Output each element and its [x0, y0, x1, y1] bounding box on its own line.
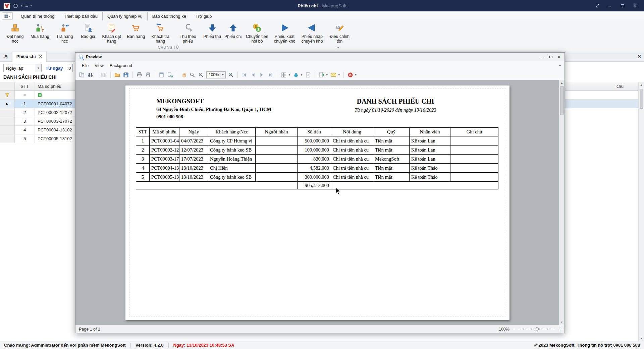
customize-grid-icon[interactable]: [100, 71, 107, 78]
fullscreen-icon[interactable]: [593, 2, 602, 9]
ribbon-item-bao-gia[interactable]: Báo giá: [78, 22, 98, 40]
cell-stt: 1: [15, 100, 35, 108]
export-document-icon[interactable]: [318, 71, 325, 78]
ribbon-item-ban-hang[interactable]: Bán hàng: [125, 22, 147, 40]
row-indicator: [0, 117, 15, 125]
first-page-icon[interactable]: [241, 71, 248, 78]
from-date-input[interactable]: 0: [67, 64, 73, 72]
hand-tool-icon[interactable]: [180, 71, 187, 78]
scroll-up-icon[interactable]: ▲: [559, 80, 565, 85]
preview-titlebar[interactable]: Preview – ×: [75, 53, 565, 61]
minimize-button[interactable]: –: [606, 2, 614, 9]
zoom-in-icon[interactable]: [227, 71, 234, 78]
chevron-down-icon[interactable]: ▼: [355, 73, 357, 76]
ribbon-item-tra-hang-ncc[interactable]: Trả hàng ncc: [51, 22, 78, 44]
ribbon-collapse-icon[interactable]: [335, 45, 341, 50]
ribbon-item-label: Khách trả hàng: [148, 34, 172, 44]
panel-close-icon[interactable]: ✕: [637, 54, 644, 59]
ribbon-item-thu-theo-phieu[interactable]: Thu theo phiếu: [174, 22, 202, 44]
chevron-down-icon[interactable]: ▼: [220, 72, 225, 78]
scrollbar-thumb[interactable]: [560, 86, 564, 115]
quick-print-icon[interactable]: [145, 71, 152, 78]
ribbon-item-phieu-xuat-chuyen-kho[interactable]: Phiếu xuất chuyển kho: [271, 22, 298, 44]
sort-by-combo[interactable]: Ngày lập ▼: [3, 64, 42, 72]
save-icon[interactable]: [122, 71, 129, 78]
arrow-up-blue-icon: [228, 23, 238, 33]
menubar-overflow-caret-icon[interactable]: ▼: [558, 64, 565, 67]
scroll-down-icon[interactable]: ▼: [559, 319, 565, 325]
preview-vertical-scrollbar[interactable]: ▲ ▼: [559, 80, 565, 325]
ribbon-item-chuyen-tien-noi-bo[interactable]: $$ Chuyển tiền nội bộ: [243, 22, 271, 44]
ribbon-item-phieu-nhap-chuyen-kho[interactable]: Phiếu nhập chuyển kho: [298, 22, 326, 44]
main-vertical-scrollbar[interactable]: ▲ ▼: [638, 82, 644, 341]
preview-maximize-button[interactable]: [549, 56, 552, 58]
sort-by-combo-value: Ngày lập: [6, 66, 23, 71]
menu-view[interactable]: View: [92, 62, 107, 69]
chevron-down-icon[interactable]: ▼: [35, 64, 41, 72]
ribbon-item-khach-dat-hang[interactable]: Khách đặt hàng: [98, 22, 125, 44]
page-color-icon[interactable]: [292, 71, 300, 78]
page-setup-icon[interactable]: [158, 71, 165, 78]
doc-tab-close-icon[interactable]: ✕: [39, 54, 43, 59]
titlebar: ▾ ▾ Phiếu chi- MekongSoft – ×: [0, 0, 644, 11]
report-cell: [256, 146, 298, 155]
chevron-down-icon[interactable]: ▼: [300, 73, 303, 76]
ribbon-tab-tro-giup[interactable]: Trợ giúp: [191, 12, 217, 20]
preview-minimize-button[interactable]: –: [542, 55, 544, 59]
print-icon[interactable]: [136, 71, 143, 78]
ribbon-item-phieu-chi[interactable]: Phiếu chi: [223, 22, 243, 40]
preview-close-button[interactable]: ×: [558, 54, 560, 60]
ribbon-item-label: Phiếu thu: [203, 34, 221, 39]
preview-canvas[interactable]: MEKONGSOFT 64 Nguyễn Đình Chiểu, Phường …: [75, 80, 565, 325]
column-header-stt[interactable]: STT: [15, 82, 35, 91]
ribbon-tab-bao-cao-thong-ke[interactable]: Báo cáo thống kê: [148, 12, 191, 20]
maximize-button[interactable]: [618, 2, 627, 9]
quick-access-caret-icon[interactable]: ▾: [21, 4, 22, 7]
close-button[interactable]: ×: [631, 2, 639, 9]
ribbon-item-phieu-thu[interactable]: Phiếu thu: [202, 22, 223, 40]
search-icon[interactable]: [87, 71, 94, 78]
scroll-down-icon[interactable]: ▼: [639, 336, 644, 341]
multiple-pages-icon[interactable]: [280, 71, 287, 78]
open-icon[interactable]: [114, 71, 121, 78]
ribbon-item-dieu-chinh-ton[interactable]: ab Điều chỉnh tồn: [326, 22, 353, 44]
next-page-icon[interactable]: [258, 71, 265, 78]
report-cell: Công ty bánh kẹo SB: [208, 146, 256, 155]
zoom-slider-thumb[interactable]: [535, 327, 539, 331]
watermark-icon[interactable]: A: [305, 71, 312, 78]
scrollbar-thumb[interactable]: [640, 89, 643, 109]
ribbon-item-khach-tra-hang[interactable]: Khách trả hàng: [147, 22, 174, 44]
zoom-combo[interactable]: 100%▼: [206, 71, 226, 78]
document-map-icon[interactable]: [78, 71, 85, 78]
close-preview-icon[interactable]: [347, 71, 354, 78]
report-total-spacer: [136, 182, 298, 189]
quick-access-circle-icon[interactable]: [13, 4, 18, 8]
magnifier-tool-icon[interactable]: [189, 71, 196, 78]
ribbon-app-menu-button[interactable]: ▾: [2, 12, 13, 20]
chevron-down-icon[interactable]: ▼: [338, 73, 340, 76]
zoom-out-icon[interactable]: [198, 71, 205, 78]
send-email-icon[interactable]: [330, 71, 337, 78]
scroll-up-icon[interactable]: ▲: [639, 82, 644, 88]
chevron-down-icon[interactable]: ▼: [326, 73, 328, 76]
scale-icon[interactable]: [167, 71, 174, 78]
close-all-tabs-icon[interactable]: ✕: [0, 54, 12, 59]
chevron-down-icon[interactable]: ▼: [288, 73, 291, 76]
ribbon-tab-quan-tri-he-thong[interactable]: Quản trị hệ thống: [16, 12, 59, 20]
ribbon-item-dat-hang-ncc[interactable]: Đặt hàng ncc: [1, 22, 29, 44]
previous-page-icon[interactable]: [250, 71, 257, 78]
filter-operator[interactable]: =: [15, 91, 35, 99]
doc-tab-phieu-chi[interactable]: Phiếu chi ✕: [12, 52, 47, 62]
customize-toolbar-icon[interactable]: ▾: [25, 4, 32, 7]
last-page-icon[interactable]: [267, 71, 274, 78]
zoom-out-button[interactable]: −: [513, 327, 515, 332]
menu-file[interactable]: File: [79, 62, 92, 69]
zoom-slider[interactable]: [518, 327, 555, 331]
zoom-in-button[interactable]: +: [558, 327, 561, 332]
menu-background[interactable]: Background: [107, 62, 135, 69]
ribbon-tab-thiet-lap-ban-dau[interactable]: Thiết lập ban đầu: [59, 12, 102, 20]
report-company-address: 64 Nguyễn Đình Chiểu, Phường Đa Kao, Quậ…: [156, 107, 271, 112]
ribbon-item-mua-hang[interactable]: Mua hàng: [29, 22, 51, 40]
ribbon-tab-quan-ly-nghiep-vu[interactable]: Quản lý nghiệp vụ: [102, 12, 148, 20]
app-logo-icon[interactable]: [3, 2, 10, 9]
